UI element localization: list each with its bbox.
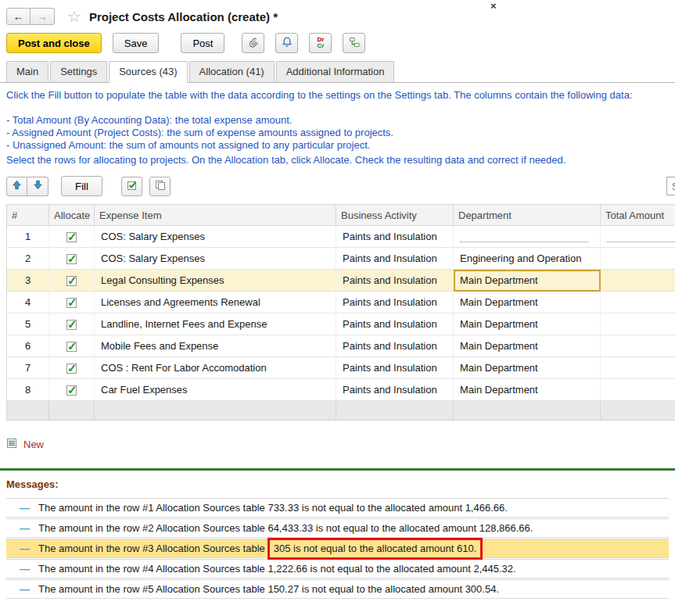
row-number-cell[interactable]: 2 xyxy=(7,248,49,270)
table-footer-cell xyxy=(7,401,49,421)
column-header-allocate[interactable]: Allocate xyxy=(49,205,95,226)
column-header-department[interactable]: Department xyxy=(454,205,601,226)
row-number-cell[interactable]: 6 xyxy=(7,335,49,357)
allocate-checkbox[interactable] xyxy=(66,298,77,308)
expense-item-cell[interactable]: COS: Salary Expenses xyxy=(95,226,336,248)
expense-item-cell[interactable]: COS: Salary Expenses xyxy=(95,248,336,270)
message-dash-icon: — xyxy=(20,522,30,534)
allocate-cell[interactable] xyxy=(49,335,95,357)
allocate-checkbox[interactable] xyxy=(66,232,77,242)
department-cell[interactable]: Main Department xyxy=(454,335,601,357)
total-amount-cell[interactable] xyxy=(601,226,675,248)
department-cell[interactable] xyxy=(454,226,601,248)
department-cell[interactable]: Engineering and Operation xyxy=(454,248,601,270)
move-down-button[interactable] xyxy=(27,177,48,196)
move-up-button[interactable] xyxy=(6,177,27,196)
tab-additional-information[interactable]: Additional Information xyxy=(276,61,395,82)
expense-item-cell[interactable]: Licenses and Agreements Renewal xyxy=(95,292,336,313)
total-amount-cell[interactable] xyxy=(601,313,675,335)
message-item[interactable]: — The amount in the row #1 Allocation So… xyxy=(6,498,669,518)
titlebar: ← → ☆ Project Costs Allocation (create) … xyxy=(0,0,675,30)
total-amount-cell[interactable] xyxy=(601,292,675,313)
allocate-checkbox[interactable] xyxy=(66,320,77,330)
close-icon[interactable]: × xyxy=(490,0,497,12)
instruction-line: - Unassigned Amount: the sum of amounts … xyxy=(6,139,669,152)
attachments-button[interactable] xyxy=(242,33,264,53)
expense-item-cell[interactable]: Car Fuel Expenses xyxy=(95,379,336,401)
expense-item-cell[interactable]: Landline, Internet Fees and Expense xyxy=(95,313,336,335)
business-activity-cell[interactable]: Paints and Insulation xyxy=(336,292,454,313)
related-documents-button[interactable] xyxy=(343,33,365,53)
allocate-cell[interactable] xyxy=(49,357,95,379)
row-number-cell[interactable]: 4 xyxy=(7,292,49,313)
empty-field-underline xyxy=(460,231,588,242)
allocate-checkbox[interactable] xyxy=(66,385,77,396)
fill-button[interactable]: Fill xyxy=(61,176,102,196)
column-header-business-activity[interactable]: Business Activity xyxy=(336,205,454,226)
allocate-checkbox[interactable] xyxy=(66,276,77,286)
department-cell[interactable]: Main Department xyxy=(454,313,601,335)
tab-settings[interactable]: Settings xyxy=(50,61,107,82)
message-item-highlighted[interactable]: — The amount in the row #3 Allocation So… xyxy=(6,539,669,558)
command-bar: Post and close Save Post Dr Cr xyxy=(0,30,675,61)
favorite-star-icon[interactable]: ☆ xyxy=(67,9,81,24)
business-activity-cell[interactable]: Paints and Insulation xyxy=(336,270,454,292)
message-item[interactable]: — The amount in the row #2 Allocation So… xyxy=(6,518,669,538)
department-cell-selected[interactable]: Main Department xyxy=(454,270,601,292)
business-activity-cell[interactable]: Paints and Insulation xyxy=(336,335,454,357)
allocate-cell[interactable] xyxy=(49,270,95,292)
related-documents-icon xyxy=(348,36,361,51)
post-and-close-button[interactable]: Post and close xyxy=(6,33,102,53)
row-number-cell[interactable]: 1 xyxy=(7,226,49,248)
allocate-cell[interactable] xyxy=(49,292,95,313)
allocate-checkbox[interactable] xyxy=(66,254,77,264)
tab-allocation[interactable]: Allocation (41) xyxy=(189,61,275,82)
message-dash-icon: — xyxy=(20,563,30,575)
allocate-cell[interactable] xyxy=(49,379,95,401)
expense-item-cell[interactable]: Mobile Fees and Expense xyxy=(95,335,336,357)
business-activity-cell[interactable]: Paints and Insulation xyxy=(336,226,454,248)
message-item[interactable]: — The amount in the row #5 Allocation So… xyxy=(6,579,669,599)
row-number-cell[interactable]: 8 xyxy=(7,379,49,401)
column-header-expense-item[interactable]: Expense Item xyxy=(95,205,336,226)
allocate-checkbox[interactable] xyxy=(66,342,77,352)
row-number-cell[interactable]: 5 xyxy=(7,313,49,335)
allocate-cell[interactable] xyxy=(49,248,95,270)
total-amount-cell[interactable] xyxy=(601,335,675,357)
business-activity-cell[interactable]: Paints and Insulation xyxy=(336,248,454,270)
dr-cr-postings-button[interactable]: Dr Cr xyxy=(309,33,332,53)
allocate-checkbox[interactable] xyxy=(66,364,77,374)
department-cell[interactable]: Main Department xyxy=(454,357,601,379)
set-all-flags-button[interactable] xyxy=(121,177,142,196)
tab-sources[interactable]: Sources (43) xyxy=(109,61,187,83)
messages-title: Messages: xyxy=(6,478,669,490)
allocate-cell[interactable] xyxy=(49,313,95,335)
post-button[interactable]: Post xyxy=(181,33,224,53)
total-amount-cell[interactable] xyxy=(601,270,675,292)
total-amount-cell[interactable] xyxy=(601,248,675,270)
business-activity-cell[interactable]: Paints and Insulation xyxy=(336,313,454,335)
search-input[interactable] xyxy=(666,177,675,195)
expense-item-cell[interactable]: COS : Rent For Labor Accomodation xyxy=(95,357,336,379)
department-cell[interactable]: Main Department xyxy=(454,379,601,401)
total-amount-cell[interactable] xyxy=(601,379,675,401)
row-number-cell[interactable]: 3 xyxy=(7,270,49,292)
reminder-button[interactable] xyxy=(275,33,298,53)
business-activity-cell[interactable]: Paints and Insulation xyxy=(336,379,454,401)
clear-all-flags-button[interactable] xyxy=(149,177,171,196)
column-header-total-amount[interactable]: Total Amount xyxy=(601,205,675,226)
new-command[interactable]: New xyxy=(6,438,669,451)
row-number-cell[interactable]: 7 xyxy=(7,357,49,379)
new-command-label[interactable]: New xyxy=(23,439,44,450)
business-activity-cell[interactable]: Paints and Insulation xyxy=(336,357,454,379)
forward-arrow-button[interactable]: → xyxy=(31,8,55,25)
tab-main[interactable]: Main xyxy=(6,61,48,82)
back-arrow-button[interactable]: ← xyxy=(6,8,31,25)
expense-item-cell[interactable]: Legal Consulting Expenses xyxy=(95,270,336,292)
total-amount-cell[interactable] xyxy=(601,357,675,379)
allocate-cell[interactable] xyxy=(49,226,95,248)
column-header-number[interactable]: # xyxy=(7,205,49,226)
save-button[interactable]: Save xyxy=(113,33,160,53)
message-item[interactable]: — The amount in the row #4 Allocation So… xyxy=(6,559,669,578)
department-cell[interactable]: Main Department xyxy=(454,292,601,313)
